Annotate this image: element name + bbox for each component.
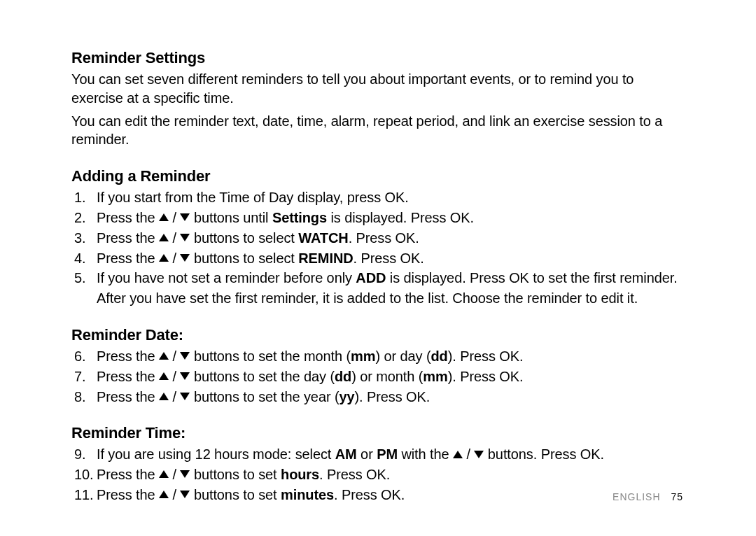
- heading-reminder-time: Reminder Time:: [71, 424, 685, 442]
- list-item: If you have not set a reminder before on…: [92, 269, 685, 288]
- paragraph: You can edit the reminder text, date, ti…: [71, 112, 685, 150]
- list-subtext: After you have set the first reminder, i…: [71, 289, 685, 308]
- list-item: If you start from the Time of Day displa…: [92, 188, 685, 207]
- down-arrow-icon: [180, 213, 190, 221]
- section-reminder-date: Reminder Date: Press the / buttons to se…: [71, 326, 685, 406]
- down-arrow-icon: [180, 491, 190, 498]
- down-arrow-icon: [180, 393, 190, 400]
- down-arrow-icon: [180, 352, 190, 360]
- list-item: Press the / buttons to set hours. Press …: [92, 465, 685, 484]
- list-item: Press the / buttons until Settings is di…: [92, 209, 685, 227]
- up-arrow-icon: [453, 451, 463, 458]
- list-adding: If you start from the Time of Day displa…: [71, 188, 685, 288]
- down-arrow-icon: [474, 451, 484, 458]
- up-arrow-icon: [159, 470, 169, 478]
- down-arrow-icon: [180, 470, 190, 478]
- down-arrow-icon: [180, 254, 190, 262]
- list-date: Press the / buttons to set the month (mm…: [71, 347, 685, 406]
- page-footer: ENGLISH 75: [612, 491, 683, 502]
- list-time: If you are using 12 hours mode: select A…: [71, 445, 685, 504]
- heading-adding-reminder: Adding a Reminder: [71, 167, 685, 185]
- paragraph: You can set seven different reminders to…: [71, 70, 685, 108]
- down-arrow-icon: [180, 234, 190, 241]
- up-arrow-icon: [159, 254, 169, 262]
- up-arrow-icon: [159, 372, 169, 380]
- up-arrow-icon: [159, 234, 169, 241]
- footer-language: ENGLISH: [612, 491, 660, 502]
- up-arrow-icon: [159, 393, 169, 400]
- manual-page: Reminder Settings You can set seven diff…: [0, 0, 756, 536]
- up-arrow-icon: [159, 213, 169, 221]
- list-item: Press the / buttons to set the day (dd) …: [92, 367, 685, 386]
- down-arrow-icon: [180, 372, 190, 380]
- section-adding-reminder: Adding a Reminder If you start from the …: [71, 167, 685, 308]
- list-item: Press the / buttons to set minutes. Pres…: [92, 486, 685, 505]
- up-arrow-icon: [159, 352, 169, 360]
- section-reminder-settings: Reminder Settings You can set seven diff…: [71, 49, 685, 149]
- up-arrow-icon: [159, 491, 169, 498]
- heading-reminder-date: Reminder Date:: [71, 326, 685, 344]
- list-item: Press the / buttons to set the year (yy)…: [92, 388, 685, 407]
- list-item: Press the / buttons to select REMIND. Pr…: [92, 249, 685, 268]
- section-reminder-time: Reminder Time: If you are using 12 hours…: [71, 424, 685, 504]
- list-item: Press the / buttons to set the month (mm…: [92, 347, 685, 366]
- list-item: If you are using 12 hours mode: select A…: [92, 445, 685, 464]
- heading-reminder-settings: Reminder Settings: [71, 49, 685, 67]
- list-item: Press the / buttons to select WATCH. Pre…: [92, 229, 685, 248]
- footer-page-number: 75: [671, 491, 683, 502]
